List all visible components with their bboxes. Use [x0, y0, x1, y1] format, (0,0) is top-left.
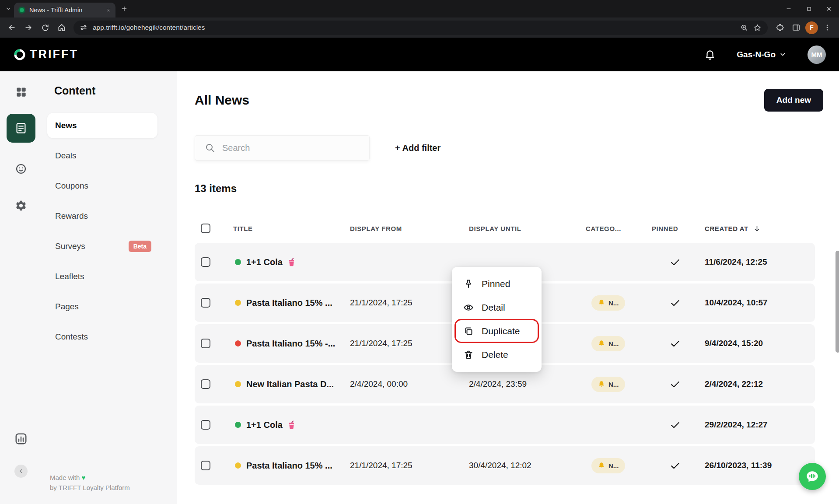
pin-icon — [463, 279, 474, 289]
sidebar-collapse-button[interactable] — [14, 465, 28, 478]
display-from: 21/1/2024, 17:25 — [350, 461, 469, 470]
select-all-checkbox[interactable] — [201, 224, 210, 233]
sidebar-item-label: Coupons — [55, 181, 88, 191]
chat-widget-button[interactable] — [799, 463, 826, 490]
table-row[interactable]: 1+1 Cola 29/2/2024, 12:27 — [195, 406, 815, 444]
pinned-check-icon — [650, 338, 699, 349]
window-maximize-button[interactable] — [799, 0, 819, 18]
browser-menu-kebab-icon[interactable] — [820, 20, 835, 35]
sidebar-item-label: News — [55, 121, 77, 130]
user-avatar[interactable]: MM — [808, 46, 826, 64]
section-title: Content — [54, 84, 165, 97]
column-header-created-at[interactable]: CREATED AT — [699, 224, 815, 233]
browser-toolbar: app.trifft.io/gohehegik/content/articles… — [0, 18, 839, 38]
pinned-check-icon — [650, 298, 699, 308]
table-header-row: TITLE DISPLAY FROM DISPLAY UNTIL CATEGO.… — [195, 219, 815, 238]
created-at: 10/4/2024, 10:57 — [699, 298, 815, 308]
row-context-menu: Pinned Detail Duplicate Delete — [452, 267, 542, 372]
sidebar-item-leaflets[interactable]: Leaflets — [47, 264, 157, 289]
sidebar-item-surveys[interactable]: Surveys Beta — [47, 234, 157, 259]
settings-gear-icon[interactable] — [15, 200, 27, 212]
site-settings-tune-icon[interactable] — [80, 24, 87, 32]
trifft-logo[interactable]: TRIFFT — [13, 48, 78, 61]
search-input[interactable] — [222, 143, 369, 153]
browser-profile-avatar[interactable]: F — [805, 21, 818, 34]
display-from: 21/1/2024, 17:25 — [350, 339, 469, 348]
status-dot — [235, 300, 241, 306]
zoom-icon[interactable] — [740, 24, 748, 32]
heart-icon: ♥ — [82, 474, 86, 481]
context-menu-item-duplicate[interactable]: Duplicate — [452, 319, 542, 343]
column-header-category[interactable]: CATEGO... — [586, 225, 650, 232]
pinned-check-icon — [650, 460, 699, 471]
sidebar-item-news[interactable]: News — [47, 113, 157, 138]
status-dot — [235, 381, 241, 387]
window-minimize-button[interactable] — [779, 0, 799, 18]
context-menu-item-detail[interactable]: Detail — [452, 296, 542, 319]
window-close-button[interactable] — [819, 0, 839, 18]
dashboard-icon[interactable] — [15, 86, 27, 98]
sidebar-item-label: Rewards — [55, 211, 88, 221]
created-at: 29/2/2024, 12:27 — [699, 420, 815, 430]
row-title: New Italian Pasta D... — [246, 379, 334, 389]
home-button[interactable] — [54, 20, 69, 35]
sidebar-item-rewards[interactable]: Rewards — [47, 203, 157, 229]
extensions-puzzle-icon[interactable] — [772, 20, 787, 35]
column-header-pinned[interactable]: PINNED — [650, 225, 699, 232]
new-tab-button[interactable] — [121, 5, 128, 12]
tab-close-icon[interactable] — [106, 7, 111, 13]
sidebar-item-label: Pages — [55, 302, 79, 312]
workspace-name: Gas-N-Go — [737, 50, 776, 60]
bookmark-star-icon[interactable] — [753, 24, 762, 32]
created-at: 26/10/2023, 11:39 — [699, 461, 815, 470]
window-controls — [779, 0, 839, 18]
bell-icon — [598, 381, 605, 388]
sidebar-item-contests[interactable]: Contests — [47, 324, 157, 350]
row-checkbox[interactable] — [201, 461, 210, 470]
status-dot — [235, 340, 241, 346]
notifications-bell-icon[interactable] — [704, 49, 716, 60]
content-nav-icon-active[interactable] — [7, 114, 35, 143]
url-text[interactable]: app.trifft.io/gohehegik/content/articles — [93, 24, 735, 32]
row-checkbox[interactable] — [201, 339, 210, 348]
context-menu-item-delete[interactable]: Delete — [452, 343, 542, 367]
logo-text: TRIFFT — [30, 48, 78, 61]
sidebar-item-deals[interactable]: Deals — [47, 143, 157, 168]
sidebar-footer: Made with ♥ by TRIFFT Loyalty Platform — [50, 472, 165, 493]
sidebar-item-pages[interactable]: Pages — [47, 294, 157, 319]
row-checkbox[interactable] — [201, 420, 210, 430]
sidebar-item-label: Leaflets — [55, 272, 84, 281]
status-dot — [235, 422, 241, 428]
engagement-smiley-icon[interactable] — [15, 163, 27, 175]
side-panel-icon[interactable] — [789, 20, 804, 35]
context-menu-item-pinned[interactable]: Pinned — [452, 272, 542, 296]
reload-button[interactable] — [38, 20, 52, 35]
table-row[interactable]: Pasta Italiano 15% ... 21/1/2024, 17:25 … — [195, 446, 815, 485]
search-box[interactable] — [195, 135, 370, 161]
row-title: 1+1 Cola — [246, 257, 283, 267]
main-content: All News Add new + Add filter 13 items T… — [177, 71, 839, 504]
scrollbar-thumb[interactable] — [836, 251, 839, 353]
workspace-switcher[interactable]: Gas-N-Go — [737, 50, 787, 60]
items-count: 13 items — [195, 182, 823, 195]
analytics-chart-icon[interactable] — [14, 432, 28, 445]
add-filter-button[interactable]: + Add filter — [395, 143, 440, 153]
forward-button[interactable] — [21, 20, 36, 35]
tab-search-chevron-icon[interactable] — [5, 6, 11, 12]
news-document-icon — [14, 122, 28, 135]
address-bar[interactable]: app.trifft.io/gohehegik/content/articles — [73, 21, 768, 35]
display-until: 30/4/2024, 12:02 — [469, 461, 586, 470]
add-new-button[interactable]: Add new — [764, 89, 823, 112]
row-checkbox[interactable] — [201, 298, 210, 308]
column-header-display-until[interactable]: DISPLAY UNTIL — [469, 225, 586, 232]
browser-tab[interactable]: News - Trifft Admin — [14, 3, 115, 18]
eye-icon — [463, 302, 474, 313]
site-favicon — [18, 7, 25, 14]
column-header-display-from[interactable]: DISPLAY FROM — [350, 225, 469, 232]
row-checkbox[interactable] — [201, 257, 210, 267]
column-header-title[interactable]: TITLE — [222, 225, 350, 232]
pinned-check-icon — [650, 379, 699, 390]
back-button[interactable] — [4, 20, 19, 35]
row-checkbox[interactable] — [201, 379, 210, 389]
sidebar-item-coupons[interactable]: Coupons — [47, 173, 157, 199]
